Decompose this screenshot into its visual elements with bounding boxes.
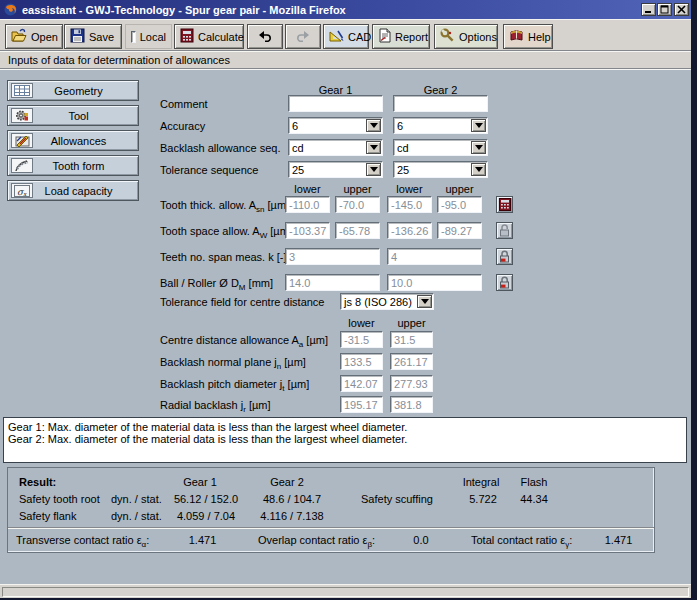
safety-scuffing-label: Safety scuffing: [361, 493, 433, 505]
minimize-button[interactable]: [641, 3, 656, 16]
safety-tooth-root-mode: dyn. / stat.: [111, 493, 162, 505]
local-label: Local: [140, 31, 166, 43]
tooth-thick-upper-gear1: -70.0: [335, 196, 380, 213]
section-title: Inputs of data for determination of allo…: [8, 54, 230, 66]
geometry-grid-icon: [11, 83, 33, 98]
result-gear2-header: Gear 2: [247, 476, 327, 488]
chevron-down-icon[interactable]: [366, 163, 381, 176]
upper-header-3: upper: [390, 317, 433, 329]
chevron-down-icon[interactable]: [417, 295, 432, 308]
sidebar-label-load-capacity: Load capacity: [33, 185, 124, 197]
options-button[interactable]: Options: [434, 24, 498, 49]
tolerance-field-select[interactable]: js 8 (ISO 286): [340, 293, 434, 310]
backlash-normal-upper: 261.17: [390, 353, 433, 370]
accuracy-select-gear2[interactable]: 6: [393, 117, 488, 134]
help-book-icon: [509, 29, 524, 45]
backlash-seq-label: Backlash allowance seq.: [160, 142, 280, 154]
open-label: Open: [31, 31, 58, 43]
safety-flank-gear2: 4.116 / 7.138: [252, 510, 332, 522]
safety-flank-gear1: 4.059 / 7.04: [166, 510, 246, 522]
tooth-space-lower-gear2: -136.26: [387, 222, 432, 239]
upper-header-2: upper: [437, 183, 482, 195]
backlash-normal-lower: 133.5: [340, 353, 383, 370]
sidebar-item-allowances[interactable]: Allowances: [7, 130, 139, 151]
overlap-ratio-label: Overlap contact ratio εβ:: [258, 534, 375, 549]
tooth-form-icon: [11, 158, 33, 173]
centre-allowance-lower: -31.5: [340, 331, 383, 348]
transverse-ratio-value: 1.471: [180, 534, 225, 546]
ball-roller-field-gear1: 14.0: [285, 274, 380, 291]
redo-button[interactable]: [285, 24, 321, 49]
comment-input-gear2[interactable]: [394, 96, 487, 111]
sidebar-item-load-capacity[interactable]: σx Load capacity: [7, 180, 139, 201]
section-header: Inputs of data for determination of allo…: [0, 52, 691, 68]
help-label: Help: [528, 31, 551, 43]
chevron-down-icon[interactable]: [366, 119, 381, 132]
tooth-thick-calculator-button[interactable]: [496, 196, 513, 213]
backlash-seq-select-gear2[interactable]: cd: [393, 139, 488, 156]
report-button[interactable]: Report: [372, 24, 430, 49]
title-bar: eassistant - GWJ-Technology - Spur gear …: [0, 0, 691, 19]
maximize-button[interactable]: [657, 3, 672, 16]
save-button[interactable]: Save: [64, 24, 122, 49]
report-document-icon: [378, 28, 391, 45]
chevron-down-icon[interactable]: [471, 163, 486, 176]
tolerance-seq-select-gear1[interactable]: 25: [288, 161, 383, 178]
tooth-space-lock-open-button[interactable]: [496, 222, 513, 239]
save-label: Save: [89, 31, 114, 43]
sidebar-item-tool[interactable]: Tool: [7, 105, 139, 126]
redo-icon: [295, 30, 311, 44]
safety-tooth-root-gear1: 56.12 / 152.0: [166, 493, 246, 505]
upper-header-1: upper: [335, 183, 380, 195]
chevron-down-icon[interactable]: [471, 119, 486, 132]
ball-roller-field-gear2: 10.0: [387, 274, 482, 291]
open-button[interactable]: Open: [5, 24, 63, 49]
close-icon[interactable]: [674, 3, 689, 16]
transverse-ratio-label: Transverse contact ratio εα:: [16, 534, 149, 549]
span-meas-field-gear1: 3: [285, 248, 380, 265]
tolerance-seq-label: Tolerance sequence: [160, 164, 258, 176]
open-folder-icon: [11, 28, 27, 46]
result-gear1-header: Gear 1: [160, 476, 240, 488]
tooth-space-lower-gear1: -103.37: [285, 222, 330, 239]
help-button[interactable]: Help: [503, 24, 553, 49]
undo-button[interactable]: [247, 24, 283, 49]
backlash-seq-select-gear1[interactable]: cd: [288, 139, 383, 156]
safety-tooth-root-label: Safety tooth root: [19, 493, 100, 505]
tolerance-seq-select-gear2[interactable]: 25: [393, 161, 488, 178]
comment-field-gear1[interactable]: [288, 95, 383, 112]
backlash-pitch-label: Backlash pitch diameter jt [µm]: [160, 378, 309, 393]
window-title: eassistant - GWJ-Technology - Spur gear …: [22, 4, 346, 16]
local-toggle[interactable]: Local: [125, 24, 172, 49]
safety-scuffing-flash: 44.34: [494, 493, 574, 505]
chevron-down-icon[interactable]: [366, 141, 381, 154]
status-field: [2, 587, 689, 597]
span-meas-field-gear2: 4: [387, 248, 482, 265]
radial-backlash-upper: 381.8: [390, 396, 433, 413]
comment-field-gear2[interactable]: [393, 95, 488, 112]
span-meas-lock-closed-button[interactable]: [496, 248, 513, 265]
calculate-button[interactable]: Calculate: [174, 24, 244, 49]
message-line-1: Gear 1: Max. diameter of the material da…: [8, 421, 682, 433]
local-checkbox[interactable]: [131, 31, 136, 43]
options-label: Options: [459, 31, 497, 43]
cad-button[interactable]: CAD: [323, 24, 369, 49]
tooth-thick-label: Tooth thick. allow. Asn [µm]: [160, 199, 289, 214]
backlash-pitch-lower: 142.07: [340, 375, 383, 392]
centre-allowance-upper: 31.5: [390, 331, 433, 348]
result-title: Result:: [19, 476, 56, 488]
sidebar-item-tooth-form[interactable]: Tooth form: [7, 155, 139, 176]
accuracy-select-gear1[interactable]: 6: [288, 117, 383, 134]
comment-input-gear1[interactable]: [289, 96, 382, 111]
ball-roller-lock-closed-button[interactable]: [496, 274, 513, 291]
sidebar-label-allowances: Allowances: [33, 135, 124, 147]
total-ratio-label: Total contact ratio εγ:: [471, 534, 572, 549]
total-ratio-value: 1.471: [596, 534, 641, 546]
tooth-space-upper-gear1: -65.78: [335, 222, 380, 239]
accuracy-label: Accuracy: [160, 120, 205, 132]
load-capacity-sigma-icon: σx: [11, 183, 33, 198]
report-label: Report: [395, 31, 428, 43]
sidebar-item-geometry[interactable]: Geometry: [7, 80, 139, 101]
chevron-down-icon[interactable]: [471, 141, 486, 154]
status-bar: [0, 584, 691, 598]
